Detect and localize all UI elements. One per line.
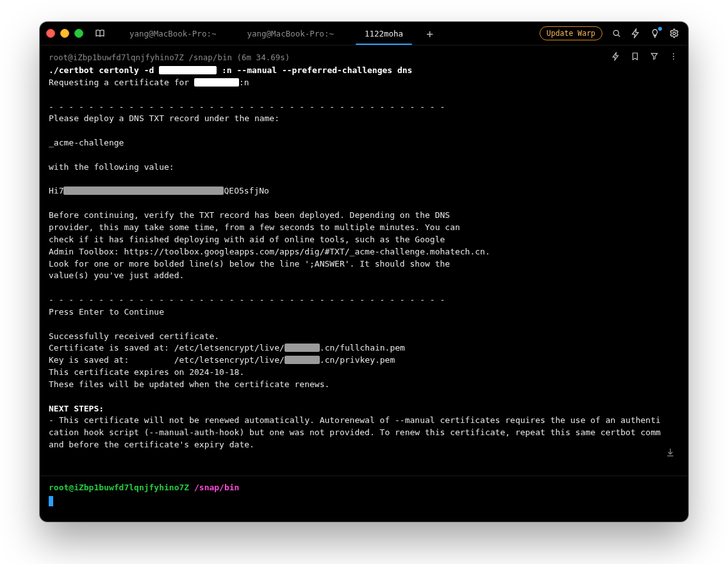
titlebar: yang@MacBook-Pro:~ yang@MacBook-Pro:~ 11… (40, 22, 688, 46)
traffic-lights (46, 29, 83, 38)
redacted-domain (285, 356, 320, 364)
lightbulb-icon[interactable] (650, 28, 660, 38)
svg-point-2 (673, 53, 674, 54)
tab-label: yang@MacBook-Pro:~ (129, 29, 216, 38)
more-vertical-icon[interactable] (669, 52, 679, 62)
svg-point-0 (613, 30, 618, 35)
output-line: _acme-challenge (49, 138, 172, 147)
output-line: Hi7QEO5sfjNo (49, 186, 269, 195)
update-warp-button[interactable]: Update Warp (540, 26, 602, 40)
output-line: Please deploy a DNS TXT record under the… (49, 113, 279, 123)
block-header: root@iZbp1buwfd7lqnjfyhino7Z /snap/bin (… (40, 46, 688, 62)
redacted-domain (159, 66, 217, 74)
bookmark-icon[interactable] (631, 52, 641, 62)
tab-1[interactable]: yang@MacBook-Pro:~ (114, 22, 231, 45)
command-line: ./certbot certonly -d :n --manual --pref… (49, 65, 412, 75)
block-path: root@iZbp1buwfd7lqnjfyhino7Z /snap/bin (… (49, 53, 611, 62)
toolbar-right: Update Warp (540, 26, 682, 40)
output-line: Key is saved at: /etc/letsencrypt/live/.… (49, 355, 395, 365)
funnel-icon[interactable] (650, 52, 660, 62)
search-icon[interactable] (611, 28, 622, 38)
download-icon[interactable] (665, 447, 675, 458)
plus-icon: + (426, 27, 433, 40)
terminal-window: yang@MacBook-Pro:~ yang@MacBook-Pro:~ 11… (40, 22, 688, 522)
cursor-icon (49, 496, 53, 506)
bolt-icon[interactable] (631, 28, 641, 38)
maximize-window-button[interactable] (74, 29, 83, 38)
minimize-window-button[interactable] (60, 29, 69, 38)
notification-dot-icon (658, 27, 662, 31)
new-tab-button[interactable]: + (418, 22, 441, 45)
output-block: Before continuing, verify the TXT record… (49, 210, 490, 280)
bolt-small-icon[interactable] (611, 52, 622, 62)
tab-label: yang@MacBook-Pro:~ (247, 29, 333, 38)
tabs: yang@MacBook-Pro:~ yang@MacBook-Pro:~ 11… (114, 22, 534, 45)
prompt-area[interactable]: root@iZbp1buwfd7lqnjfyhino7Z /snap/bin (40, 476, 688, 522)
redacted-suffix (134, 138, 172, 147)
redacted-token (63, 187, 224, 195)
tab-label: 1122moha (365, 29, 403, 38)
svg-point-1 (673, 32, 675, 35)
tab-3[interactable]: 1122moha (349, 22, 418, 45)
book-icon[interactable] (95, 28, 105, 38)
tab-2[interactable]: yang@MacBook-Pro:~ (231, 22, 349, 45)
output-block: - This certificate will not be renewed a… (49, 415, 661, 449)
redacted-domain (285, 344, 320, 352)
separator-line: - - - - - - - - - - - - - - - - - - - - … (49, 102, 445, 112)
output-line: These files will be updated when the cer… (49, 379, 329, 389)
next-steps-heading: NEXT STEPS: (49, 404, 104, 413)
output-line: Successfully received certificate. (49, 331, 219, 341)
output-line: with the following value: (49, 162, 174, 172)
prompt-user: root@iZbp1buwfd7lqnjfyhino7Z (49, 483, 189, 492)
svg-point-3 (673, 56, 674, 57)
svg-point-4 (673, 58, 674, 60)
terminal-output[interactable]: ./certbot certonly -d :n --manual --pref… (40, 62, 688, 476)
separator-line: - - - - - - - - - - - - - - - - - - - - … (49, 295, 445, 304)
redacted-domain (194, 78, 239, 87)
output-line: This certificate expires on 2024-10-18. (49, 367, 244, 377)
prompt-path: /snap/bin (194, 483, 239, 492)
output-line: Press Enter to Continue (49, 307, 164, 317)
gear-icon[interactable] (669, 28, 679, 38)
close-window-button[interactable] (46, 29, 55, 38)
output-line: Certificate is saved at: /etc/letsencryp… (49, 343, 405, 352)
output-line: Requesting a certificate for :n (49, 78, 249, 87)
